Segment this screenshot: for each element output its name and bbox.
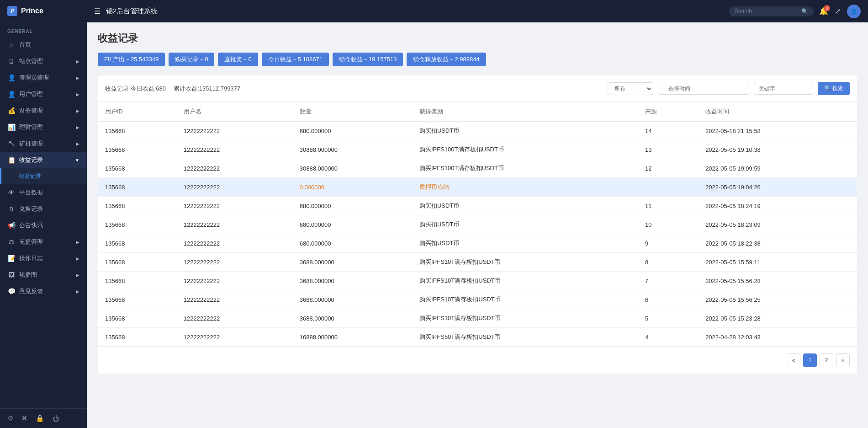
monitor-icon: 🖥 xyxy=(7,57,16,65)
earnings-table: 用户ID 用户名 数量 获得奖励 来源 收益时间 135668 12222222… xyxy=(98,102,857,347)
chevron-right-icon: ▶ xyxy=(76,240,79,245)
cell-reward: 购买IPFS10T满存板扣USDT币 xyxy=(412,290,638,309)
stat-release-earnings[interactable]: 锁仓释放收益－2.989844 xyxy=(407,53,486,66)
power-icon[interactable]: ⏻ xyxy=(53,415,59,423)
stat-today-earnings[interactable]: 今日收益－5.108671 xyxy=(262,53,329,66)
cell-username: 12222222222 xyxy=(176,309,292,328)
cell-user-id: 135668 xyxy=(98,309,176,328)
cell-source: 8 xyxy=(638,253,698,272)
cell-time: 2022-05-05 15:59:11 xyxy=(698,253,857,272)
col-user-id: 用户ID xyxy=(98,102,176,122)
cell-user-id: 135668 xyxy=(98,197,176,215)
lock-icon[interactable]: 🔒 xyxy=(36,414,44,423)
cell-source: 11 xyxy=(638,197,698,215)
sidebar-item-earnings[interactable]: 📋 收益记录 ▼ xyxy=(0,152,87,168)
filter-summary: 收益记录 今日收益:680----累计收益:135112.799377 xyxy=(105,85,240,93)
sidebar-item-admin[interactable]: 👤 管理员管理 ▶ xyxy=(0,70,87,86)
cell-amount: 3688.000000 xyxy=(292,290,412,309)
sidebar-item-label: 收益记录 xyxy=(19,156,43,164)
stat-direct-bonus[interactable]: 直推奖－0 xyxy=(218,53,258,66)
chevron-right-icon: ▶ xyxy=(76,92,79,97)
cell-reward: 质押币冻结 xyxy=(412,178,638,197)
sidebar-sub-label: 收益记录 xyxy=(19,172,41,180)
cell-reward: 购买IPFS10T满存板扣USDT币 xyxy=(412,253,638,272)
sidebar-item-label: 轮播图 xyxy=(19,271,37,279)
earnings-icon: 📋 xyxy=(7,156,16,164)
stat-purchase[interactable]: 购买记录－0 xyxy=(169,53,214,66)
finance-icon: 💰 xyxy=(7,107,16,115)
cell-username: 12222222222 xyxy=(176,253,292,272)
sidebar-item-earnings-record[interactable]: 收益记录 xyxy=(0,168,87,184)
cell-source: 6 xyxy=(638,290,698,309)
sidebar-item-label: 兑换记录 xyxy=(19,205,43,213)
settings-icon[interactable]: ⚙ xyxy=(7,414,13,423)
sidebar-item-platform[interactable]: 👁 平台数据 xyxy=(0,184,87,201)
chevron-right-icon: ▶ xyxy=(76,108,79,113)
stat-fil-output[interactable]: FIL产出－25.543349 xyxy=(98,53,165,66)
sidebar-item-user[interactable]: 👤 用户管理 ▶ xyxy=(0,86,87,102)
filter-controls: 所有 购买记录 直推奖 今日收益 锁仓收益 🔍 搜索 xyxy=(608,82,850,95)
platform-icon: 👁 xyxy=(7,188,16,197)
cell-amount: 680.000000 xyxy=(292,234,412,253)
sidebar-item-feedback[interactable]: 💬 意见反馈 ▶ xyxy=(0,283,87,300)
sidebar-item-wealth[interactable]: 📊 理财管理 ▶ xyxy=(0,119,87,135)
sidebar-item-label: 矿机管理 xyxy=(19,139,43,148)
cell-user-id: 135668 xyxy=(98,328,176,347)
filter-type-select[interactable]: 所有 购买记录 直推奖 今日收益 锁仓收益 xyxy=(608,82,653,95)
topbar: ☰ 锦2后台管理系统 🔍 🔔 0 ⤢ 👤 xyxy=(87,0,868,22)
table-row: 135668 12222222222 680.000000 购买扣USDT币 1… xyxy=(98,122,857,140)
cell-reward: 购买IPFS50T满存板扣USDT币 xyxy=(412,328,638,347)
cell-amount: 16888.000000 xyxy=(292,328,412,347)
menu-toggle-icon[interactable]: ☰ xyxy=(94,7,101,16)
sidebar-item-banner[interactable]: 🖼 轮播图 ▶ xyxy=(0,267,87,283)
pagination-next[interactable]: » xyxy=(836,353,850,367)
avatar[interactable]: 👤 xyxy=(847,5,861,18)
col-amount: 数量 xyxy=(292,102,412,122)
cell-username: 12222222222 xyxy=(176,140,292,159)
sidebar-item-finance[interactable]: 💰 财务管理 ▶ xyxy=(0,102,87,119)
sidebar-item-oplog[interactable]: 📝 操作日志 ▶ xyxy=(0,250,87,267)
sidebar-item-label: 意见反馈 xyxy=(19,287,43,295)
cell-time: 2022-05-05 19:04:26 xyxy=(698,178,857,197)
search-input[interactable] xyxy=(735,8,799,15)
cell-reward: 购买扣USDT币 xyxy=(412,215,638,234)
cell-reward: 购买扣USDT币 xyxy=(412,122,638,140)
cell-reward: 购买IPFS100T满存板扣USDT币 xyxy=(412,140,638,159)
chevron-right-icon: ▶ xyxy=(76,75,79,80)
pagination-page-1[interactable]: 1 xyxy=(803,353,817,367)
pagination-prev[interactable]: « xyxy=(787,353,800,367)
search-icon[interactable]: 🔍 xyxy=(801,8,808,15)
cell-amount: 3688.000000 xyxy=(292,253,412,272)
cell-user-id: 135668 xyxy=(98,272,176,290)
filter-keyword-input[interactable] xyxy=(754,83,813,95)
close-icon[interactable]: ✖ xyxy=(21,414,27,423)
sidebar-item-exchange[interactable]: ₿ 兑换记录 xyxy=(0,201,87,217)
sidebar-item-label: 公告快讯 xyxy=(19,221,43,230)
cell-user-id: 135668 xyxy=(98,253,176,272)
sidebar-item-home[interactable]: ⌂ 首页 xyxy=(0,37,87,53)
cell-amount: 680.000000 xyxy=(292,197,412,215)
sidebar-item-recharge[interactable]: ⚖ 充提管理 ▶ xyxy=(0,234,87,250)
pagination-page-2[interactable]: 2 xyxy=(820,353,833,367)
cell-user-id: 135668 xyxy=(98,122,176,140)
oplog-icon: 📝 xyxy=(7,254,16,262)
cell-source: 7 xyxy=(638,272,698,290)
sidebar-item-notice[interactable]: 📢 公告快讯 xyxy=(0,217,87,234)
table-row: 135668 12222222222 0.000000 质押币冻结 2022-0… xyxy=(98,178,857,197)
expand-icon[interactable]: ⤢ xyxy=(835,7,841,16)
filter-date-input[interactable] xyxy=(658,83,749,95)
recharge-icon: ⚖ xyxy=(7,238,16,246)
cell-reward: 购买IPFS10T满存板扣USDT币 xyxy=(412,272,638,290)
stat-locked-earnings[interactable]: 锁仓收益－19.157513 xyxy=(333,53,403,66)
notification-bell[interactable]: 🔔 0 xyxy=(819,7,828,16)
sidebar-item-site[interactable]: 🖥 站点管理 ▶ xyxy=(0,53,87,70)
table-row: 135668 12222222222 3688.000000 购买IPFS10T… xyxy=(98,309,857,328)
search-button[interactable]: 🔍 搜索 xyxy=(818,82,850,95)
stats-bar: FIL产出－25.543349 购买记录－0 直推奖－0 今日收益－5.1086… xyxy=(98,53,857,66)
cell-time: 2022-05-05 15:23:28 xyxy=(698,309,857,328)
col-username: 用户名 xyxy=(176,102,292,122)
cell-amount: 3688.000000 xyxy=(292,309,412,328)
cell-reward: 购买扣USDT币 xyxy=(412,197,638,215)
sidebar-item-miner[interactable]: ⛏ 矿机管理 ▶ xyxy=(0,135,87,152)
cell-username: 12222222222 xyxy=(176,197,292,215)
